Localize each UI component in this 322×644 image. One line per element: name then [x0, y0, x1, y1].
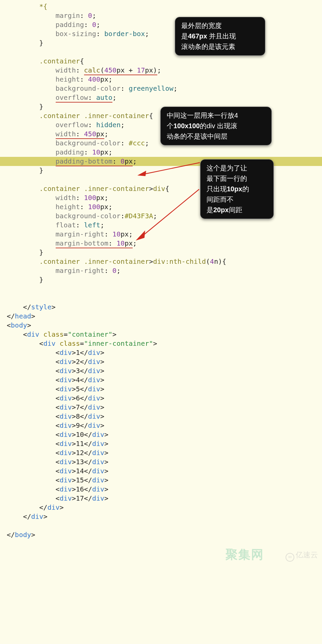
annotation-padding-bottom: 这个是为了让 最下面一行的 只出现10px的 间距而不 是20px间距 — [200, 159, 274, 219]
svg-marker-1 — [137, 171, 146, 176]
code-document: *{ margin: 0; padding: 0; box-sizing: bo… — [0, 0, 322, 550]
watermark-footer: 聚集网 ∞亿速云 — [0, 550, 322, 564]
code-block: *{ margin: 0; padding: 0; box-sizing: bo… — [0, 0, 322, 550]
watermark-left: 聚集网 — [225, 547, 264, 563]
arrow-icon — [137, 161, 203, 177]
arrow-icon — [135, 187, 203, 241]
svg-line-0 — [144, 163, 200, 174]
svg-marker-3 — [136, 230, 145, 241]
watermark-right: ∞亿速云 — [286, 550, 318, 562]
annotation-outer-width: 最外层的宽度 是467px 并且出现 滚动条的是该元素 — [175, 17, 265, 56]
annotation-middle-layer: 中间这一层用来一行放4 个100x100的div 出现滚 动条的不是该中间层 — [160, 107, 272, 145]
svg-line-2 — [142, 189, 199, 236]
